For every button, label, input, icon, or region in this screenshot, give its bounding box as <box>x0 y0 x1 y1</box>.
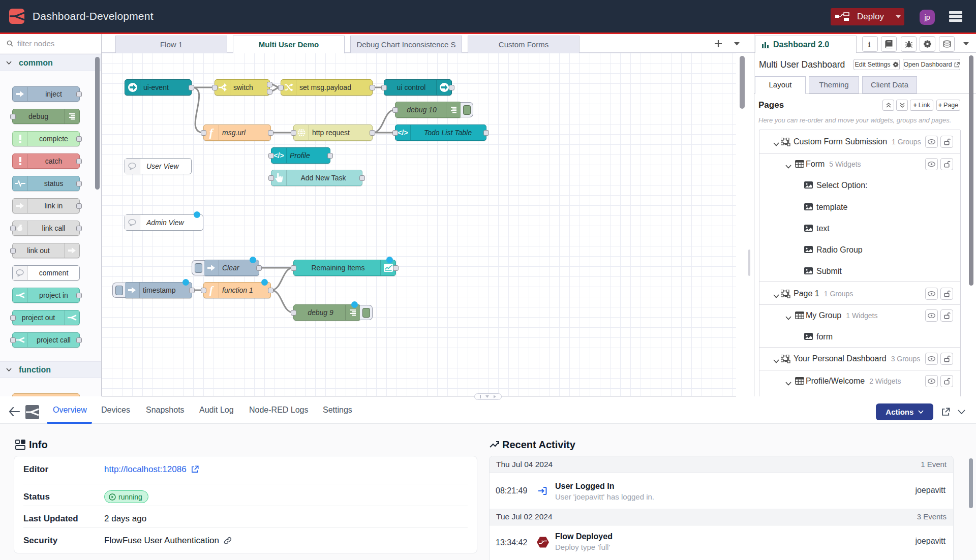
svg-text:i: i <box>868 40 870 48</box>
